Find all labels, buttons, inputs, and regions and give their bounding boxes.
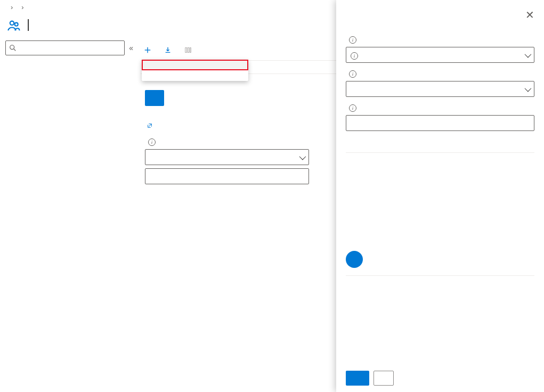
find-select[interactable] xyxy=(145,149,309,165)
plus-icon xyxy=(144,46,151,54)
external-link-icon xyxy=(147,123,152,128)
info-icon[interactable]: i xyxy=(351,52,358,60)
learn-more-link[interactable] xyxy=(145,123,152,128)
menu-add-role-assignment[interactable] xyxy=(142,60,248,70)
people-icon xyxy=(6,18,21,33)
svg-line-3 xyxy=(14,49,15,51)
assign-access-label: i xyxy=(346,70,534,78)
select-label: i xyxy=(346,104,534,112)
select-search-input[interactable] xyxy=(346,115,534,131)
breadcrumb-sep: › xyxy=(21,3,23,11)
role-label: i xyxy=(346,36,534,44)
selected-member-row xyxy=(346,243,534,276)
discard-button[interactable] xyxy=(374,371,394,386)
chevron-down-icon xyxy=(525,51,530,59)
add-dropdown xyxy=(142,60,248,81)
check-access-desc xyxy=(145,118,307,129)
assign-access-select[interactable] xyxy=(346,81,534,97)
sidebar-search[interactable] xyxy=(5,40,125,55)
download-button[interactable] xyxy=(164,46,175,54)
download-icon xyxy=(164,46,172,54)
add-role-assignment-panel: ✕ i i i i xyxy=(336,0,544,392)
info-icon[interactable]: i xyxy=(349,104,356,112)
view-my-access-button[interactable] xyxy=(145,90,164,106)
chevron-down-icon xyxy=(525,85,530,93)
no-results-message xyxy=(346,133,534,153)
search-icon xyxy=(9,44,17,52)
columns-icon xyxy=(184,46,192,54)
find-search-input[interactable] xyxy=(145,168,309,184)
svg-rect-7 xyxy=(188,47,189,52)
role-select[interactable]: i xyxy=(346,47,534,63)
svg-point-1 xyxy=(15,23,18,26)
edit-columns-button[interactable] xyxy=(184,46,195,54)
info-icon[interactable]: i xyxy=(349,70,356,78)
search-input[interactable] xyxy=(20,44,121,52)
avatar xyxy=(346,251,363,268)
svg-point-2 xyxy=(10,45,14,50)
close-icon[interactable]: ✕ xyxy=(525,9,534,21)
find-label: i xyxy=(145,138,307,146)
sidebar: « xyxy=(0,37,139,184)
svg-rect-6 xyxy=(185,47,187,52)
save-button[interactable] xyxy=(346,371,369,386)
svg-point-0 xyxy=(10,21,14,25)
info-icon[interactable]: i xyxy=(148,138,156,146)
chevron-down-icon xyxy=(299,153,304,161)
menu-add-coadmin[interactable] xyxy=(142,70,248,81)
info-icon[interactable]: i xyxy=(349,36,356,44)
svg-rect-8 xyxy=(190,47,191,52)
breadcrumb-sep: › xyxy=(11,3,13,11)
collapse-sidebar-icon[interactable]: « xyxy=(129,44,133,52)
page-title: | xyxy=(27,17,30,31)
add-button[interactable] xyxy=(144,46,155,54)
